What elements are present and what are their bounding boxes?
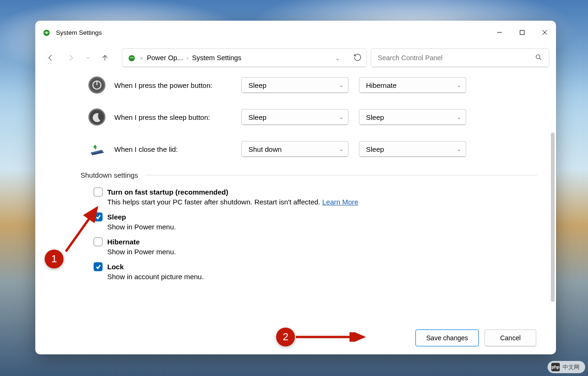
app-icon [42, 28, 51, 37]
search-input[interactable] [378, 54, 535, 62]
window-controls [488, 21, 556, 44]
breadcrumb-prefix-icon: « [140, 55, 143, 61]
chevron-down-icon: ⌄ [457, 82, 461, 88]
watermark: php 中文网 [548, 361, 585, 373]
lock-label: Lock [107, 263, 124, 271]
sleep-button-icon [87, 107, 107, 127]
power-button-plugged-in-select[interactable]: Hibernate⌄ [359, 77, 466, 93]
sleep-button-row: When I press the sleep button: Sleep⌄ Sl… [87, 107, 542, 127]
divider [145, 175, 537, 175]
hibernate-label: Hibernate [107, 238, 140, 246]
lock-option: Lock Show in account picture menu. [94, 262, 542, 281]
annotation-step-2: 2 [276, 328, 295, 346]
hibernate-option: Hibernate Show in Power menu. [94, 237, 542, 256]
content-area: When I press the power button: Sleep⌄ Hi… [35, 71, 556, 321]
system-settings-window: System Settings [35, 21, 556, 354]
close-lid-row: When I close the lid: Shut down⌄ Sleep⌄ [87, 139, 542, 159]
annotation-arrow-2 [294, 332, 369, 342]
close-button[interactable] [533, 21, 556, 44]
chevron-down-icon: ⌄ [339, 114, 343, 120]
main-panel: When I press the power button: Sleep⌄ Hi… [35, 71, 556, 321]
lock-description: Show in account picture menu. [107, 273, 542, 281]
watermark-text: 中文网 [563, 363, 580, 371]
close-lid-label: When I close the lid: [114, 145, 241, 153]
sleep-description: Show in Power menu. [107, 223, 542, 231]
sleep-option: Sleep Show in Power menu. [94, 212, 542, 231]
maximize-button[interactable] [511, 21, 533, 44]
titlebar: System Settings [35, 21, 556, 44]
fast-startup-option: Turn on fast startup (recommended) This … [94, 188, 542, 206]
forward-button[interactable] [63, 49, 79, 66]
fast-startup-description: This helps start your PC faster after sh… [107, 198, 542, 206]
svg-line-15 [66, 208, 97, 251]
hibernate-description: Show in Power menu. [107, 248, 542, 256]
svg-point-7 [536, 55, 540, 58]
breadcrumb-item-power-options[interactable]: Power Op... [147, 54, 183, 62]
close-lid-on-battery-select[interactable]: Shut down⌄ [241, 141, 349, 157]
sleep-label: Sleep [107, 213, 126, 221]
search-icon[interactable] [535, 54, 542, 63]
chevron-right-icon: › [187, 55, 189, 61]
sleep-button-on-battery-select[interactable]: Sleep⌄ [241, 109, 349, 125]
chevron-down-icon: ⌄ [339, 82, 343, 88]
address-icon [127, 53, 136, 63]
fast-startup-checkbox[interactable] [94, 188, 103, 196]
address-dropdown-icon[interactable]: ⌄ [335, 55, 340, 62]
vertical-scrollbar[interactable] [551, 133, 555, 302]
window-title: System Settings [56, 29, 488, 36]
back-button[interactable] [42, 49, 59, 66]
power-button-row: When I press the power button: Sleep⌄ Hi… [87, 75, 542, 95]
power-button-icon [87, 75, 107, 95]
svg-rect-3 [520, 31, 524, 35]
svg-line-8 [540, 58, 541, 60]
sleep-button-plugged-in-select[interactable]: Sleep⌄ [359, 109, 466, 125]
toolbar: « Power Op... › System Settings ⌄ [35, 44, 556, 71]
save-changes-button[interactable]: Save changes [415, 329, 479, 346]
shutdown-settings-header: Shutdown settings [80, 171, 542, 179]
chevron-down-icon: ⌄ [457, 146, 461, 152]
minimize-button[interactable] [488, 21, 511, 44]
annotation-step-1: 1 [45, 250, 64, 268]
fast-startup-label: Turn on fast startup (recommended) [107, 188, 228, 196]
lock-checkbox[interactable] [94, 262, 103, 271]
annotation-arrow-1 [61, 202, 103, 254]
sleep-button-label: When I press the sleep button: [114, 113, 241, 121]
breadcrumb-item-system-settings[interactable]: System Settings [192, 54, 241, 62]
laptop-lid-icon [87, 139, 107, 159]
search-box[interactable] [371, 48, 549, 67]
shutdown-settings-title: Shutdown settings [80, 171, 138, 179]
watermark-logo: php [551, 363, 560, 371]
recent-dropdown[interactable] [83, 49, 93, 66]
power-button-label: When I press the power button: [114, 81, 241, 89]
learn-more-link[interactable]: Learn More [322, 198, 358, 206]
chevron-down-icon: ⌄ [457, 114, 461, 120]
cancel-button[interactable]: Cancel [485, 329, 536, 346]
close-lid-plugged-in-select[interactable]: Sleep⌄ [359, 141, 466, 157]
svg-point-1 [46, 31, 48, 34]
chevron-down-icon: ⌄ [339, 146, 343, 152]
up-button[interactable] [96, 49, 113, 66]
power-button-on-battery-select[interactable]: Sleep⌄ [241, 77, 349, 93]
address-bar[interactable]: « Power Op... › System Settings ⌄ [122, 48, 367, 67]
refresh-button[interactable] [353, 53, 362, 63]
